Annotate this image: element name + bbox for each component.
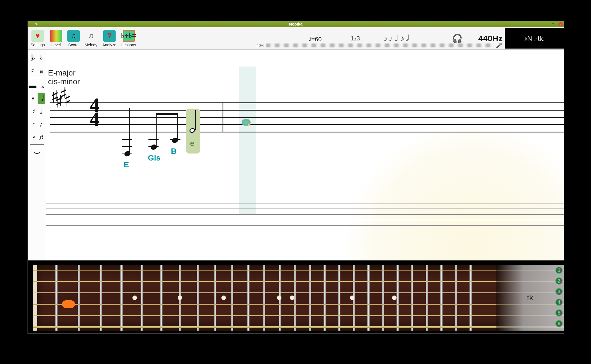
finger-marker[interactable] <box>62 300 75 308</box>
half-note-button[interactable]: 𝅗𝅥 <box>38 93 45 104</box>
score-icon: ♫ <box>67 30 80 42</box>
fretboard-neck: tk <box>33 265 564 331</box>
staff-empty <box>46 203 564 225</box>
lessons-button[interactable]: ♭+♭= Lessons <box>121 29 137 48</box>
tempo-indicator[interactable]: ♩=60 <box>308 34 351 43</box>
string-6[interactable] <box>33 326 564 328</box>
whole-note-button[interactable]: 𝅝 <box>38 80 45 91</box>
time-signature: 4 4 <box>90 98 100 126</box>
cursor-column <box>239 67 256 215</box>
watermark-circle <box>345 123 564 260</box>
string-number-6[interactable]: 6 <box>555 320 563 327</box>
score-area[interactable]: E-major cis-minor ♯♯♯♯ 4 4 <box>46 50 564 260</box>
double-sharp-button[interactable]: 𝄪 <box>38 65 45 76</box>
string-number-3[interactable]: 3 <box>555 288 563 295</box>
analyze-label: Analyze <box>102 43 116 47</box>
volume-label: 40% <box>256 43 264 48</box>
flat-button[interactable]: ♭ <box>38 52 45 63</box>
close-icon[interactable]: × <box>558 22 563 26</box>
main-area: 𝄫 ♭ ♯ 𝄪 ▬ 𝅝 ▪ 𝅗𝅥 𝄽 ♩ 𝄾 ♪ <box>28 50 564 260</box>
double-flat-button[interactable]: 𝄫 <box>29 52 36 63</box>
palette-divider <box>30 78 44 78</box>
window-title: Nootka <box>289 22 302 26</box>
sixteenth-note-button[interactable]: ♬ <box>38 131 45 143</box>
fret-marker-dot <box>290 296 294 300</box>
level-label: Level <box>51 43 61 47</box>
melody-button[interactable]: ♫ Melody <box>84 29 98 48</box>
eighth-rest-button[interactable]: 𝄾 <box>29 118 36 130</box>
string-5[interactable] <box>33 315 564 316</box>
melody-icon: ♫ <box>85 30 97 42</box>
app-window: ♥ ✎ Nootka ⌄ ⌃ × ♥ Settings Level ♫ Scor… <box>28 21 564 334</box>
staff-main <box>50 102 564 132</box>
half-rest-button[interactable]: ▪ <box>29 93 36 104</box>
maximize-icon[interactable]: ⌃ <box>552 22 556 26</box>
score-label: Score <box>68 43 79 47</box>
fret-marker-dot <box>392 296 397 300</box>
string-2[interactable] <box>33 281 564 282</box>
string-1[interactable] <box>33 270 564 271</box>
note-palette: 𝄫 ♭ ♯ 𝄪 ▬ 𝅝 ▪ 𝅗𝅥 𝄽 ♩ 𝄾 ♪ <box>28 50 46 260</box>
analyze-icon: ? <box>103 30 116 42</box>
fret-marker-dot <box>178 296 182 300</box>
tempo-prefix: ♩= <box>308 36 315 43</box>
tie-button[interactable]: ⌣ <box>33 146 41 157</box>
fret-marker-dot <box>221 296 226 300</box>
level-icon <box>50 30 62 42</box>
lessons-label: Lessons <box>122 43 136 47</box>
volume-bar[interactable] <box>266 44 494 47</box>
melody-label: Melody <box>85 43 97 47</box>
microphone-icon[interactable]: 🎤 <box>496 42 502 49</box>
string-number-5[interactable]: 5 <box>555 309 563 317</box>
minimize-icon[interactable]: ⌄ <box>545 22 549 26</box>
string-4[interactable] <box>33 304 564 305</box>
key-signature-label: E-major cis-minor <box>48 69 80 86</box>
main-toolbar: ♥ Settings Level ♫ Score ♫ Melody ? Anal… <box>28 27 564 50</box>
app-logo: ♪N .·tk. <box>505 28 564 49</box>
settings-button[interactable]: ♥ Settings <box>30 29 45 48</box>
pin-icon[interactable]: ✎ <box>35 22 39 26</box>
quarter-rest-button[interactable]: 𝄽 <box>29 106 36 117</box>
analyze-button[interactable]: ? Analyze <box>102 29 117 48</box>
score-button[interactable]: ♫ Score <box>67 29 80 48</box>
volume-meter: 40% 🎤 <box>256 42 502 49</box>
key-signature-sharps: ♯♯♯♯ <box>51 92 68 102</box>
guitar-head: tk <box>496 265 564 331</box>
palette-divider <box>30 144 44 145</box>
level-button[interactable]: Level <box>49 29 63 48</box>
string-3[interactable] <box>33 292 564 293</box>
eighth-note-button[interactable]: ♪ <box>38 118 45 130</box>
sharp-button[interactable]: ♯ <box>29 65 36 76</box>
fret-marker-dot <box>132 296 137 300</box>
guitar-fretboard[interactable]: tk 1 2 3 4 5 6 <box>28 260 564 333</box>
heart-icon: ♥ <box>29 22 33 26</box>
title-bar: ♥ ✎ Nootka ⌄ ⌃ × <box>28 21 564 27</box>
string-number-2[interactable]: 2 <box>555 277 563 285</box>
settings-label: Settings <box>31 43 45 47</box>
sixteenth-rest-button[interactable]: 𝄿 <box>29 131 36 143</box>
tempo-value: 60 <box>315 36 322 43</box>
whole-rest-button[interactable]: ▬ <box>29 80 36 91</box>
quarter-note-button[interactable]: ♩ <box>38 106 45 117</box>
barline <box>223 102 223 132</box>
settings-icon: ♥ <box>31 30 44 42</box>
nut <box>33 265 37 331</box>
note-numbering-button[interactable]: 1₂3… <box>351 35 384 42</box>
string-number-4[interactable]: 4 <box>555 299 563 306</box>
string-number-1[interactable]: 1 <box>555 267 563 274</box>
fret-marker-dot <box>277 296 281 300</box>
note-cursor-icon[interactable] <box>242 119 251 126</box>
fret-marker-dot <box>350 296 354 300</box>
lessons-icon: ♭+♭= <box>123 30 135 42</box>
